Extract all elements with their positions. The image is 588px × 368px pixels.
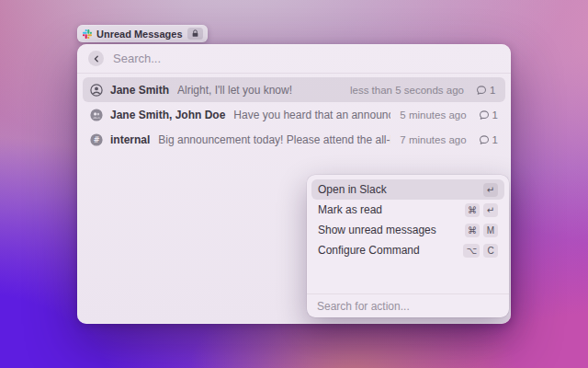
- message-row[interactable]: Jane Smith, John Doe Have you heard that…: [83, 102, 505, 127]
- message-row[interactable]: Jane Smith Alright, I'll let you know! l…: [83, 77, 505, 102]
- svg-text:#: #: [94, 135, 100, 144]
- message-row[interactable]: # internal Big announcement today! Pleas…: [83, 127, 505, 152]
- command-tag-label: Unread Messages: [96, 29, 183, 40]
- message-title: internal: [110, 133, 150, 146]
- actions-list: Open in Slack ↵ Mark as read ⌘ ↵ Show un…: [307, 175, 509, 265]
- message-preview: Have you heard that an announcement is c…: [233, 109, 390, 121]
- message-list: Jane Smith Alright, I'll let you know! l…: [77, 74, 511, 152]
- message-preview: Alright, I'll let you know!: [177, 84, 341, 97]
- cmd-key-icon: ⌘: [465, 203, 480, 217]
- message-preview: Big announcement today! Please attend th…: [158, 133, 390, 146]
- actions-panel: Open in Slack ↵ Mark as read ⌘ ↵ Show un…: [307, 175, 509, 317]
- action-show-unread-messages[interactable]: Show unread messages ⌘ M: [311, 220, 504, 240]
- message-time: less than 5 seconds ago: [350, 85, 464, 96]
- people-circle-icon: [90, 109, 103, 121]
- m-key-icon: M: [483, 224, 498, 237]
- unread-count: 1: [476, 85, 498, 96]
- action-search-input[interactable]: Search for action...: [307, 293, 509, 317]
- chat-bubble-icon: [479, 109, 490, 121]
- chat-bubble-icon: [479, 134, 490, 145]
- person-circle-icon: [90, 84, 103, 97]
- unread-count: 1: [479, 109, 498, 121]
- cmd-key-icon: ⌘: [465, 224, 480, 237]
- lock-icon: [187, 28, 203, 40]
- search-input[interactable]: Search...: [113, 52, 161, 65]
- slack-icon: [83, 29, 92, 39]
- back-button[interactable]: [88, 51, 104, 66]
- action-mark-as-read[interactable]: Mark as read ⌘ ↵: [311, 200, 504, 220]
- chat-bubble-icon: [476, 85, 487, 96]
- unread-count: 1: [479, 134, 498, 145]
- return-key-icon: ↵: [483, 183, 498, 197]
- command-tag-pill[interactable]: Unread Messages: [77, 25, 208, 42]
- message-time: 7 minutes ago: [400, 134, 466, 145]
- launcher-window: Search... Jane Smith Alright, I'll let y…: [77, 44, 511, 324]
- c-key-icon: C: [483, 244, 498, 258]
- search-bar: Search...: [77, 44, 511, 73]
- message-time: 5 minutes ago: [400, 109, 466, 121]
- return-key-icon: ↵: [483, 203, 498, 217]
- option-key-icon: ⌥: [463, 244, 480, 258]
- action-configure-command[interactable]: Configure Command ⌥ C: [311, 240, 504, 260]
- message-title: Jane Smith, John Doe: [110, 109, 225, 121]
- hash-circle-icon: #: [90, 133, 103, 146]
- message-title: Jane Smith: [110, 84, 169, 97]
- action-open-in-slack[interactable]: Open in Slack ↵: [311, 179, 504, 200]
